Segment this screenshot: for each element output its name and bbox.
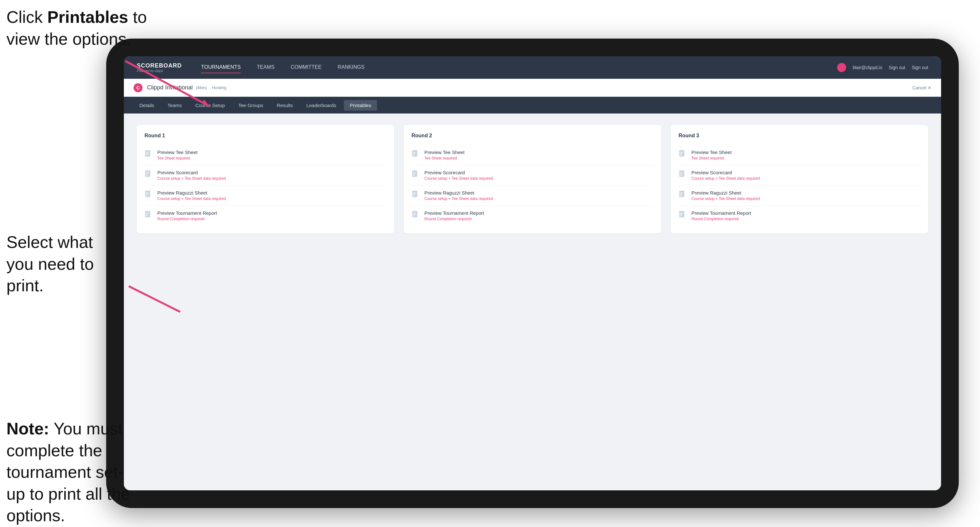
svg-rect-47 [680,195,682,196]
r1-scorecard[interactable]: Preview Scorecard Course setup + Tee She… [145,165,387,186]
document-icon [679,190,687,200]
r1-raguzzi-name: Preview Raguzzi Sheet [158,190,387,195]
document-icon [145,190,153,200]
sign-out-link[interactable]: Sign out [889,65,905,70]
svg-rect-18 [146,214,148,215]
r2-tee-sheet[interactable]: Preview Tee Sheet Tee Sheet required [412,145,654,165]
r1-raguzzi-sub: Course setup + Tee Sheet data required [158,197,387,201]
tournament-tag: (Men) [196,85,207,90]
rounds-grid: Round 1 Preview Tee Sheet Tee Sheet requ… [137,125,928,233]
r3-tournament-report[interactable]: Preview Tournament Report Round Completi… [679,206,921,226]
svg-rect-42 [680,174,682,174]
r1-tee-sheet-name: Preview Tee Sheet [158,149,387,155]
cancel-button[interactable]: Cancel ✕ [912,85,931,90]
r1-scorecard-name: Preview Scorecard [158,170,387,175]
nav-right: blair@clippd.io Sign out Sign out [837,63,928,72]
svg-rect-19 [146,216,148,216]
document-icon [412,150,420,160]
svg-rect-31 [413,195,415,196]
nav-committee[interactable]: COMMITTEE [291,62,321,73]
r2-tournament-report-sub: Round Completion required [424,217,654,221]
tournament-name: Clippd Invitational [147,84,193,91]
r1-tournament-report[interactable]: Preview Tournament Report Round Completi… [145,206,387,226]
document-icon [679,150,687,160]
document-icon [145,211,153,221]
tournament-bar: C Clippd Invitational (Men) Hosting Canc… [124,79,941,97]
tab-leaderboards[interactable]: Leaderboards [301,100,342,111]
nav-rankings[interactable]: RANKINGS [337,62,364,73]
svg-rect-46 [680,194,682,195]
r2-tournament-report[interactable]: Preview Tournament Report Round Completi… [412,206,654,226]
sign-out-text[interactable]: Sign out [912,65,928,70]
round-3-title: Round 3 [679,133,921,138]
sub-nav: Details Teams Course Setup Tee Groups Re… [124,97,941,114]
r3-scorecard-sub: Course setup + Tee Sheet data required [691,176,921,181]
r1-tee-sheet-info: Preview Tee Sheet Tee Sheet required [158,149,387,160]
top-nav: SCOREBOARD Powered by clippd TOURNAMENTS… [124,56,941,79]
round-1-column: Round 1 Preview Tee Sheet Tee Sheet requ… [137,125,394,233]
svg-rect-17 [146,213,149,214]
r1-tournament-report-name: Preview Tournament Report [158,210,387,216]
svg-rect-9 [146,172,149,173]
r1-raguzzi[interactable]: Preview Raguzzi Sheet Course setup + Tee… [145,186,387,206]
document-icon [145,150,153,160]
r3-scorecard[interactable]: Preview Scorecard Course setup + Tee She… [679,165,921,186]
svg-rect-50 [680,214,682,215]
r2-tee-sheet-info: Preview Tee Sheet Tee Sheet required [424,149,654,160]
svg-rect-41 [680,172,683,173]
svg-rect-51 [680,216,682,216]
tournament-logo: C [134,83,143,92]
nav-teams[interactable]: TEAMS [257,62,274,73]
r3-scorecard-info: Preview Scorecard Course setup + Tee She… [691,170,921,181]
svg-rect-26 [413,174,415,174]
nav-items: TOURNAMENTS TEAMS COMMITTEE RANKINGS [201,62,837,73]
user-email: blair@clippd.io [853,65,882,70]
svg-rect-6 [146,153,148,154]
r3-raguzzi[interactable]: Preview Raguzzi Sheet Course setup + Tee… [679,186,921,206]
svg-rect-14 [146,194,148,195]
tab-details[interactable]: Details [134,100,160,111]
logo-title: SCOREBOARD [137,62,182,69]
round-1-title: Round 1 [145,133,387,138]
round-3-column: Round 3 Preview Tee Sheet Tee Sheet requ… [671,125,928,233]
tab-printables[interactable]: Printables [344,100,377,111]
svg-rect-10 [146,174,148,174]
svg-rect-37 [680,152,683,153]
r2-scorecard-info: Preview Scorecard Course setup + Tee She… [424,170,654,181]
r3-raguzzi-info: Preview Raguzzi Sheet Course setup + Tee… [691,190,921,201]
user-avatar [837,63,846,72]
r2-raguzzi[interactable]: Preview Raguzzi Sheet Course setup + Tee… [412,186,654,206]
annotation-bold: Printables [47,8,128,26]
svg-rect-49 [680,213,683,214]
r3-tee-sheet-sub: Tee Sheet required [691,156,921,160]
round-2-title: Round 2 [412,133,654,138]
svg-rect-34 [413,214,415,215]
r3-tee-sheet-info: Preview Tee Sheet Tee Sheet required [691,149,921,160]
r3-tournament-report-info: Preview Tournament Report Round Completi… [691,210,921,221]
r1-scorecard-info: Preview Scorecard Course setup + Tee She… [158,170,387,181]
tab-tee-groups[interactable]: Tee Groups [232,100,269,111]
tablet-frame: SCOREBOARD Powered by clippd TOURNAMENTS… [106,38,959,508]
tab-course-setup[interactable]: Course Setup [189,100,231,111]
svg-rect-45 [680,193,683,193]
tab-results[interactable]: Results [271,100,299,111]
r3-scorecard-name: Preview Scorecard [691,170,921,175]
r3-tee-sheet[interactable]: Preview Tee Sheet Tee Sheet required [679,145,921,165]
r1-tournament-report-sub: Round Completion required [158,217,387,221]
nav-tournaments[interactable]: TOURNAMENTS [201,62,241,73]
svg-rect-7 [146,155,148,155]
tab-teams[interactable]: Teams [162,100,188,111]
r3-raguzzi-name: Preview Raguzzi Sheet [691,190,921,195]
logo-sub: Powered by clippd [137,69,182,73]
r2-scorecard[interactable]: Preview Scorecard Course setup + Tee She… [412,165,654,186]
document-icon [145,170,153,180]
document-icon [412,170,420,180]
svg-rect-23 [413,155,415,155]
r1-tee-sheet[interactable]: Preview Tee Sheet Tee Sheet required [145,145,387,165]
r3-raguzzi-sub: Course setup + Tee Sheet data required [691,197,921,201]
svg-rect-33 [413,213,416,214]
r2-tee-sheet-name: Preview Tee Sheet [424,149,654,155]
r2-tournament-report-name: Preview Tournament Report [424,210,654,216]
svg-rect-30 [413,194,415,195]
svg-rect-5 [146,152,149,153]
